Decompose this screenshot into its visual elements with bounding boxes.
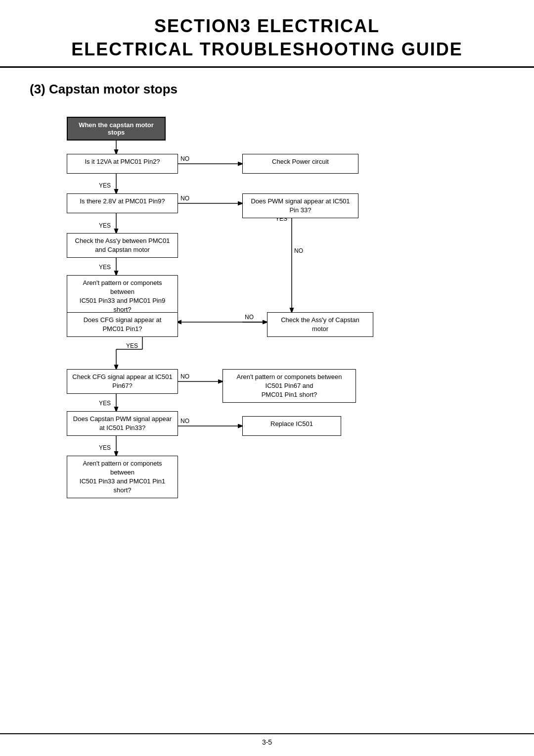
svg-text:NO: NO	[180, 373, 189, 380]
section-title: (3) Capstan motor stops	[0, 68, 534, 102]
svg-text:YES: YES	[126, 342, 138, 349]
flowchart-area: NO YES NO YES YES NO YES	[0, 102, 534, 710]
box-b1: Is it 12VA at PMC01 Pin2?	[67, 154, 178, 174]
page-title: SECTION3 ELECTRICAL ELECTRICAL TROUBLESH…	[20, 15, 514, 61]
svg-text:YES: YES	[99, 400, 111, 407]
box-b6: Aren't pattern or componets betweenIC501…	[67, 275, 178, 318]
page-footer: 3-5	[0, 733, 534, 746]
box-b7: Does CFG signal appear at PMC01 Pin1?	[67, 312, 178, 337]
svg-text:YES: YES	[99, 222, 111, 229]
box-b12: Replace IC501	[242, 416, 341, 436]
page-header: SECTION3 ELECTRICAL ELECTRICAL TROUBLESH…	[0, 0, 534, 68]
svg-text:YES: YES	[99, 444, 111, 451]
box-b8: Check the Ass'y of Capstan motor	[267, 312, 373, 337]
svg-text:YES: YES	[99, 182, 111, 189]
svg-text:NO: NO	[180, 418, 189, 425]
svg-text:NO: NO	[180, 195, 189, 202]
box-b4: Does PWM signal appear at IC501 Pin 33?	[242, 193, 358, 218]
svg-text:NO: NO	[180, 155, 189, 162]
box-b13: Aren't pattern or componets betweenIC501…	[67, 456, 178, 499]
page: SECTION3 ELECTRICAL ELECTRICAL TROUBLESH…	[0, 0, 534, 756]
svg-text:NO: NO	[294, 247, 303, 254]
flowchart-container: NO YES NO YES YES NO YES	[30, 107, 504, 701]
svg-text:YES: YES	[99, 264, 111, 271]
svg-text:NO: NO	[245, 314, 254, 321]
box-b3: Is there 2.8V at PMC01 Pin9?	[67, 193, 178, 213]
start-box: When the capstan motor stops	[67, 117, 166, 141]
box-b2: Check Power circuit	[242, 154, 358, 174]
page-number: 3-5	[262, 738, 272, 746]
box-b10: Aren't pattern or componets between IC50…	[222, 369, 356, 403]
box-b9: Check CFG signal appear at IC501Pin67?	[67, 369, 178, 394]
box-b5: Check the Ass'y between PMC01and Capstan…	[67, 233, 178, 258]
box-b11: Does Capstan PWM signal appearat IC501 P…	[67, 411, 178, 436]
